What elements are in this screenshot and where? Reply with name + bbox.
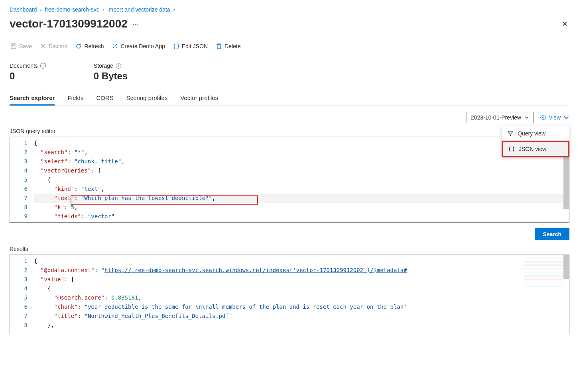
trash-icon (216, 43, 222, 49)
documents-label: Documents (10, 63, 38, 69)
more-actions-icon[interactable]: ⋯ (132, 20, 139, 28)
delete-button[interactable]: Delete (215, 41, 241, 51)
json-editor-label: JSON query editor (10, 128, 569, 134)
stats-row: Documents i 0 Storage i 0 Bytes (10, 56, 569, 91)
refresh-button[interactable]: Refresh (75, 41, 104, 51)
search-button-row: Search (10, 223, 569, 246)
chevron-right-icon: › (173, 7, 175, 12)
info-icon[interactable]: i (116, 63, 121, 69)
svg-rect-0 (11, 44, 16, 49)
chevron-right-icon: › (40, 7, 42, 12)
tab-fields[interactable]: Fields (67, 91, 83, 105)
svg-point-7 (542, 117, 544, 118)
documents-value: 0 (10, 71, 46, 82)
discard-icon (40, 43, 46, 49)
page-title: vector-1701309912002 (10, 18, 128, 30)
controls-row: 2023-10-01-Preview View Query view JSON … (10, 106, 569, 128)
menu-query-view[interactable]: Query view (502, 126, 569, 141)
stat-storage: Storage i 0 Bytes (94, 63, 128, 82)
menu-json-view[interactable]: JSON view (502, 141, 569, 157)
eye-icon (540, 114, 546, 121)
braces-icon (173, 43, 179, 49)
results-editor[interactable]: 12345678 { "@odata.context": "https://fr… (10, 255, 569, 334)
view-label: View (549, 114, 561, 121)
create-demo-button[interactable]: Create Demo App (111, 41, 165, 51)
discard-button: Discard (39, 41, 68, 51)
svg-rect-1 (12, 44, 15, 45)
braces-icon (508, 146, 515, 152)
toolbar: Save Discard Refresh Create Demo App Edi… (10, 38, 569, 56)
breadcrumb-dashboard[interactable]: Dashboard (10, 6, 37, 13)
tab-cors[interactable]: CORS (96, 91, 113, 105)
view-menu: Query view JSON view (502, 126, 569, 157)
save-button: Save (10, 41, 33, 51)
results-label: Results (10, 246, 569, 252)
stat-documents: Documents i 0 (10, 63, 46, 82)
close-icon[interactable]: ✕ (560, 18, 569, 30)
info-icon[interactable]: i (40, 63, 46, 69)
storage-label: Storage (94, 63, 113, 69)
chevron-down-icon (524, 115, 529, 120)
breadcrumb: Dashboard › free-demo-search-svc › Impor… (10, 0, 569, 16)
tab-scoring[interactable]: Scoring profiles (126, 91, 167, 105)
svg-rect-4 (217, 45, 221, 49)
editor-gutter: 123456789 (10, 137, 34, 223)
tab-vector[interactable]: Vector profiles (180, 91, 218, 105)
breadcrumb-import[interactable]: Import and vectorize data (107, 6, 170, 13)
storage-value: 0 Bytes (94, 71, 128, 82)
editor-code[interactable]: { "search": "*", "select": "chunk, title… (34, 137, 569, 223)
tools-icon (112, 43, 118, 49)
scrollbar-thumb[interactable] (563, 255, 569, 279)
api-version-dropdown[interactable]: 2023-10-01-Preview (467, 112, 534, 123)
title-row: vector-1701309912002 ⋯ ✕ (10, 16, 569, 38)
chevron-down-icon (563, 114, 569, 121)
results-gutter: 12345678 (10, 255, 34, 331)
save-icon (10, 43, 17, 49)
tabs: Search explorer Fields CORS Scoring prof… (10, 91, 569, 106)
search-button[interactable]: Search (535, 228, 569, 240)
json-query-editor[interactable]: 123456789 { "search": "*", "select": "ch… (10, 137, 569, 223)
filter-icon (507, 130, 514, 137)
tab-search-explorer[interactable]: Search explorer (10, 91, 55, 105)
breadcrumb-service[interactable]: free-demo-search-svc (45, 6, 99, 13)
refresh-icon (75, 43, 82, 49)
chevron-right-icon: › (102, 7, 104, 12)
results-code[interactable]: { "@odata.context": "https://free-demo-s… (34, 255, 569, 331)
edit-json-button[interactable]: Edit JSON (172, 41, 209, 51)
view-dropdown[interactable]: View (540, 114, 569, 121)
api-version-value: 2023-10-01-Preview (471, 114, 521, 121)
